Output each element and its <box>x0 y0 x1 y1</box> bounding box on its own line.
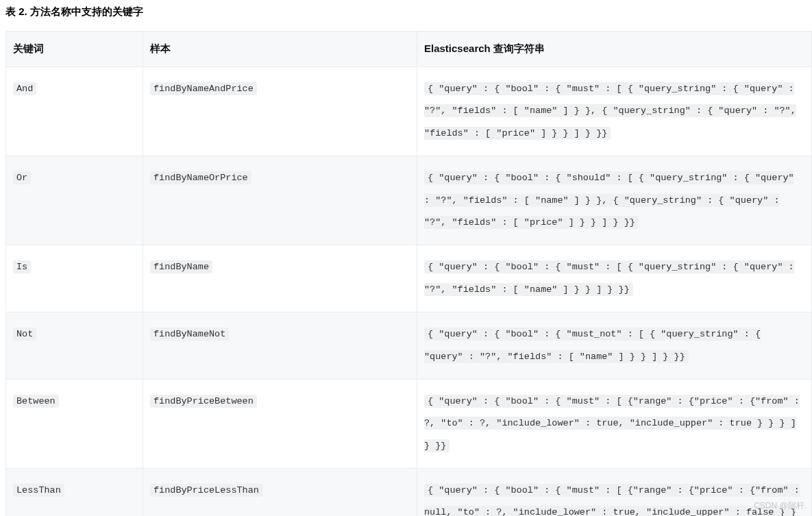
keyword-code: Is <box>13 260 31 273</box>
table-row: Between findByPriceBetween { "query" : {… <box>6 379 812 468</box>
sample-code: findByPriceLessThan <box>150 484 262 497</box>
keyword-code: LessThan <box>13 484 64 497</box>
sample-code: findByName <box>150 260 212 273</box>
header-sample: 样本 <box>143 32 417 67</box>
table-caption: 表 2. 方法名称中支持的关键字 <box>5 5 812 19</box>
table-row: Is findByName { "query" : { "bool" : { "… <box>6 245 812 312</box>
sample-code: findByPriceBetween <box>150 395 257 408</box>
keywords-table: 关键词 样本 Elasticsearch 查询字符串 And findByNam… <box>5 31 812 516</box>
table-row: And findByNameAndPrice { "query" : { "bo… <box>6 67 812 156</box>
query-code: { "query" : { "bool" : { "must" : [ {"ra… <box>424 395 800 452</box>
query-code: { "query" : { "bool" : { "must" : [ { "q… <box>424 82 796 140</box>
keyword-code: Between <box>13 395 59 408</box>
keyword-code: And <box>13 82 36 95</box>
sample-code: findByNameOrPrice <box>150 171 251 184</box>
header-keyword: 关键词 <box>6 32 143 67</box>
query-code: { "query" : { "bool" : { "should" : [ { … <box>424 171 794 229</box>
table-row: Or findByNameOrPrice { "query" : { "bool… <box>6 156 812 245</box>
query-code: { "query" : { "bool" : { "must" : [ { "q… <box>424 260 794 295</box>
header-query: Elasticsearch 查询字符串 <box>417 32 812 67</box>
sample-code: findByNameNot <box>150 328 229 341</box>
table-row: LessThan findByPriceLessThan { "query" :… <box>6 469 812 516</box>
table-row: Not findByNameNot { "query" : { "bool" :… <box>6 312 812 380</box>
sample-code: findByNameAndPrice <box>150 82 257 95</box>
query-code: { "query" : { "bool" : { "must_not" : [ … <box>424 328 761 363</box>
keyword-code: Or <box>13 171 31 184</box>
table-header-row: 关键词 样本 Elasticsearch 查询字符串 <box>6 32 812 67</box>
query-code: { "query" : { "bool" : { "must" : [ {"ra… <box>424 484 800 516</box>
watermark: CSDN @阿杆. <box>754 500 807 512</box>
keyword-code: Not <box>13 328 36 341</box>
